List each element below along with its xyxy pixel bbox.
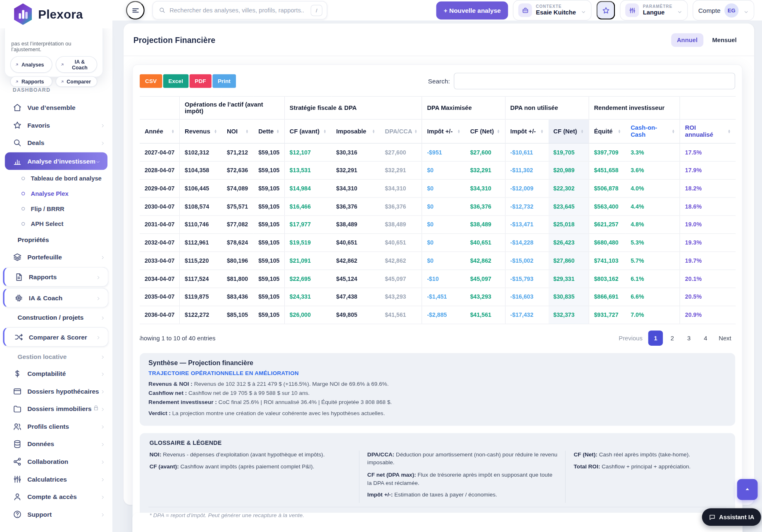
column-header-dpa-cca-6[interactable]: DPA/CCA▲▼ <box>380 119 422 143</box>
table-row[interactable]: 2034-04-07$117,524$81,800$59,105$22,695$… <box>140 270 736 288</box>
bullet-icon <box>21 177 25 180</box>
column-header-imposable-5[interactable]: Imposable▲▼ <box>331 119 380 143</box>
table-row[interactable]: 2032-04-07$112,961$78,624$59,105$19,519$… <box>140 234 736 252</box>
sidebar-item-compte-acc-s[interactable]: Compte & accès <box>0 488 112 506</box>
table-row[interactable]: 2030-04-07$108,574$75,571$59,105$16,466$… <box>140 197 736 216</box>
cell-cf-net: $32,373 <box>548 306 589 324</box>
table-row[interactable]: 2027-04-07$102,312$71,212$59,105$12,107$… <box>140 143 736 162</box>
account-label: Compte <box>698 7 721 14</box>
sidebar-group-propri-t-s[interactable]: Propriétés <box>0 231 112 248</box>
scroll-to-top-button[interactable] <box>737 479 758 500</box>
sidebar-item-donn-es[interactable]: Données <box>0 435 112 453</box>
column-header-cf-net-8[interactable]: CF (Net)▲▼ <box>465 119 505 143</box>
cell-noi: $72,636 <box>222 162 253 180</box>
column-header-cf-avant-4[interactable]: CF (avant)▲▼ <box>284 119 331 143</box>
sidebar-item-collaboration[interactable]: Collaboration <box>0 453 112 470</box>
cell-imp-t: -$10,611 <box>505 143 548 162</box>
context-selector[interactable]: CONTEXTE Esaie Kuitche <box>513 0 591 21</box>
table-row[interactable]: 2035-04-07$119,875$83,436$59,105$24,331$… <box>140 288 736 306</box>
sort-icon: ▲▼ <box>497 129 500 134</box>
pagination-page-2[interactable]: 2 <box>665 330 679 346</box>
account-selector[interactable]: Compte EG <box>693 0 754 21</box>
table-row[interactable]: 2029-04-07$106,445$74,089$59,105$14,984$… <box>140 179 736 197</box>
chevron-down-icon <box>677 7 683 13</box>
sort-icon: ▲▼ <box>171 129 175 134</box>
star-icon <box>602 6 610 14</box>
sidebar-item-vue-d-ensemble[interactable]: Vue d’ensemble <box>0 99 112 116</box>
pagination-page-1[interactable]: 1 <box>648 330 663 346</box>
column-header-noi-2[interactable]: NOI▲▼ <box>222 119 253 143</box>
sidebar-item-ia-coach[interactable]: IA & Coach <box>3 288 108 307</box>
sidebar-group-construction-projets[interactable]: Construction / projets <box>0 309 112 325</box>
column-header-revenus-1[interactable]: Revenus▲▼ <box>180 119 222 143</box>
pagination: Previous1234Next <box>615 330 735 346</box>
column-header-cf-net-10[interactable]: CF (Net)▲▼ <box>548 119 589 143</box>
tooltip-pill-rapports[interactable]: Rapports <box>10 76 52 87</box>
column-header-cash-on-cash-12[interactable]: Cash-on-Cash▲▼ <box>626 119 680 143</box>
sidebar-item-dossiers-immobiliers[interactable]: Dossiers immobiliers <box>0 400 112 418</box>
cell-cf-net: $29,331 <box>548 270 589 288</box>
sidebar-item-deals[interactable]: Deals <box>0 134 112 152</box>
pagination-page-4[interactable]: 4 <box>698 330 713 346</box>
sidebar-subitem-aph-select[interactable]: APH Select <box>0 216 112 232</box>
topbar-actions: + Nouvelle analyse CONTEXTE Esaie Kuitch… <box>436 0 754 21</box>
column-header-imp-t-7[interactable]: Impôt +/-▲▼ <box>422 119 465 143</box>
sidebar-item-profils-clients[interactable]: Profils clients <box>0 418 112 435</box>
cell-roi-annualis: 20.9% <box>680 306 736 324</box>
sort-icon: ▲▼ <box>323 129 326 134</box>
search-input[interactable] <box>169 6 311 14</box>
cell-quit: $563,400 <box>589 197 626 216</box>
pagination-previous[interactable]: Previous <box>615 330 646 346</box>
pagination-page-3[interactable]: 3 <box>681 330 696 346</box>
table-row[interactable]: 2033-04-07$115,220$80,196$59,105$21,091$… <box>140 252 736 270</box>
new-analysis-button[interactable]: + Nouvelle analyse <box>436 1 508 19</box>
tab-mensuel[interactable]: Mensuel <box>706 33 742 47</box>
menu-toggle-button[interactable] <box>126 1 145 19</box>
column-header-imp-t-9[interactable]: Impôt +/-▲▼ <box>505 119 548 143</box>
tab-annuel[interactable]: Annuel <box>671 33 703 47</box>
column-header-ann-e-0[interactable]: Année▲▼ <box>140 119 180 143</box>
export-excel-button[interactable]: Excel <box>163 74 188 88</box>
sidebar-item-comparer-scorer[interactable]: Comparer & Scorer <box>3 327 108 347</box>
group-header-rendement-investisseur: Rendement investisseur <box>589 96 680 119</box>
export-csv-button[interactable]: CSV <box>140 74 162 88</box>
sidebar-subitem-tableau-de-bord-analyse[interactable]: Tableau de bord analyse <box>0 171 112 186</box>
tooltip-pill-comparer[interactable]: Comparer <box>55 76 97 87</box>
tooltip-pill-analyses[interactable]: Analyses <box>10 56 52 73</box>
sidebar-item-rapports[interactable]: Rapports <box>3 267 108 287</box>
pagination-next[interactable]: Next <box>715 330 735 346</box>
cell-dpa-cca: $32,291 <box>380 162 422 180</box>
favorites-button[interactable] <box>596 1 615 19</box>
table-row[interactable]: 2028-04-07$104,358$72,636$59,105$13,531$… <box>140 162 736 180</box>
export-pdf-button[interactable]: PDF <box>189 74 211 88</box>
ai-assistant-button[interactable]: Assistant IA <box>702 508 761 526</box>
sidebar-item-analyse-d-investissement[interactable]: Analyse d’investissement <box>5 152 107 170</box>
sidebar-item-support[interactable]: Support <box>0 505 112 523</box>
export-print-button[interactable]: Print <box>212 74 236 88</box>
layers-icon <box>13 252 22 261</box>
sidebar-group-gestion-locative[interactable]: Gestion locative <box>0 348 112 365</box>
cell-noi: $81,800 <box>222 270 253 288</box>
table-row[interactable]: 2036-04-07$122,272$85,105$59,105$26,000$… <box>140 306 736 324</box>
sidebar-item-comptabilit[interactable]: Comptabilité <box>0 365 112 382</box>
folder-icon <box>13 404 22 413</box>
bullet-icon <box>21 207 25 210</box>
column-header-quit-11[interactable]: Équité▲▼ <box>589 119 626 143</box>
sidebar-item-portefeuille[interactable]: Portefeuille <box>0 248 112 266</box>
table-row[interactable]: 2031-04-07$110,746$77,082$59,105$17,977$… <box>140 216 736 234</box>
column-header-roi-annualis-13[interactable]: ROI annualisé▲▼ <box>680 119 736 143</box>
sidebar-item-calculatrices[interactable]: Calculatrices <box>0 470 112 488</box>
global-search[interactable]: / <box>152 1 327 19</box>
sidebar-subitem-flip-brrr[interactable]: Flip / BRRR <box>0 201 112 216</box>
cell-dette: $59,105 <box>253 162 284 180</box>
cell-cf-net: $42,862 <box>465 252 505 270</box>
brand-logo[interactable]: Plexora <box>0 0 112 28</box>
sidebar-item-dossiers-hypoth-caires[interactable]: Dossiers hypothécaires <box>0 382 112 400</box>
sidebar-subitem-analyse-plex[interactable]: Analyse Plex <box>0 186 112 201</box>
column-header-dette-3[interactable]: Dette▲▼ <box>253 119 284 143</box>
sidebar-item-favoris[interactable]: Favoris <box>0 116 112 134</box>
cell-roi-annualis: 20.5% <box>680 288 736 306</box>
tooltip-pill-ia-coach[interactable]: IA & Coach <box>55 56 97 73</box>
table-search-input[interactable] <box>454 73 735 89</box>
parameter-selector[interactable]: PARAMÈTRE Langue <box>620 0 688 21</box>
